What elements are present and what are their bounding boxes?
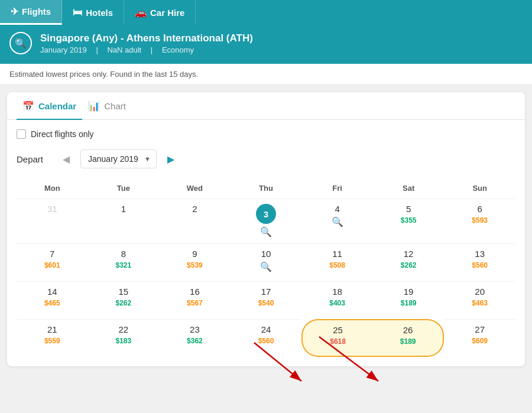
cal-day-number: 7 [19, 249, 86, 259]
search-date: January 2019 [40, 45, 87, 54]
search-info: Singapore (Any) - Athens International (… [40, 32, 253, 54]
cal-search-icon[interactable]: 🔍 [304, 216, 371, 227]
calendar-grid: MonTueWedThuFriSatSun 31123🔍4🔍5$3556$593… [17, 180, 515, 357]
cal-price: $321 [90, 261, 157, 269]
chart-tab-icon: 📊 [88, 100, 100, 112]
weekday-header-fri: Fri [301, 180, 373, 196]
cal-day-number-today: 3 [256, 204, 276, 224]
cal-cell-3[interactable]: 3🔍 [231, 199, 302, 243]
calendar-body: 31123🔍4🔍5$3556$5937$6018$3219$53910🔍11$5… [17, 199, 515, 357]
cal-day-number: 13 [446, 249, 513, 259]
cal-cell-19[interactable]: 19$189 [373, 281, 445, 319]
cal-price: $508 [304, 261, 371, 269]
cal-cell-24[interactable]: 24$560 [231, 319, 302, 357]
meta-sep2: | [151, 45, 153, 54]
cal-day-number: 19 [375, 287, 442, 297]
view-tab-calendar[interactable]: 📅Calendar [17, 92, 82, 120]
weekday-header-thu: Thu [231, 180, 302, 196]
cal-cell-17[interactable]: 17$540 [231, 281, 302, 319]
cal-day-number: 25 [305, 325, 371, 335]
search-icon[interactable]: 🔍 [9, 32, 32, 54]
cal-search-icon[interactable]: 🔍 [233, 226, 300, 238]
cal-price: $183 [90, 337, 157, 345]
cal-day-number: 18 [304, 287, 371, 297]
calendar-section: Direct flights only Depart ◀ January 201… [7, 120, 525, 366]
cal-price: $618 [305, 337, 371, 346]
cal-day-number: 12 [375, 249, 442, 259]
direct-flights-checkbox[interactable] [17, 129, 26, 139]
cal-price: $465 [19, 299, 86, 307]
cal-day-number: 9 [161, 249, 228, 259]
cal-day-number: 20 [446, 287, 513, 297]
cal-day-number: 21 [19, 324, 86, 334]
search-meta: January 2019 | NaN adult | Economy [40, 45, 253, 54]
cal-price: $609 [446, 337, 513, 345]
cal-cell-14[interactable]: 14$465 [17, 281, 88, 319]
cal-price: $403 [304, 299, 371, 307]
month-selector[interactable]: January 2019 [80, 149, 157, 168]
cal-day-number: 10 [233, 249, 300, 259]
cal-cell-23[interactable]: 23$362 [159, 319, 231, 357]
next-month-button[interactable]: ▶ [163, 151, 179, 167]
cal-day-number: 14 [19, 287, 86, 297]
cal-price: $355 [375, 216, 442, 225]
cal-cell-31[interactable]: 31 [17, 199, 88, 243]
direct-flights-label: Direct flights only [31, 129, 94, 139]
direct-flights-row: Direct flights only [17, 129, 515, 139]
cal-cell-5[interactable]: 5$355 [373, 199, 445, 243]
nav-tab-label: Hotels [86, 8, 113, 18]
cal-day-number: 2 [161, 204, 228, 214]
cal-cell-10[interactable]: 10🔍 [231, 243, 302, 281]
search-class: Economy [162, 45, 194, 54]
cal-cell-27[interactable]: 27$609 [444, 319, 515, 357]
view-tab-chart[interactable]: 📊Chart [82, 92, 132, 120]
cal-cell-9[interactable]: 9$539 [159, 243, 231, 281]
cal-cell-22[interactable]: 22$183 [88, 319, 160, 357]
month-selector-wrap: January 2019 [80, 149, 157, 168]
cal-price: $540 [233, 299, 300, 307]
nav-tab-car-hire[interactable]: 🚗Car Hire [124, 0, 196, 25]
cal-cell-26[interactable]: 26$189 [373, 319, 445, 357]
cal-cell-11[interactable]: 11$508 [301, 243, 373, 281]
cal-search-icon[interactable]: 🔍 [233, 261, 300, 272]
cal-day-number: 27 [446, 324, 513, 334]
cal-cell-4[interactable]: 4🔍 [301, 199, 373, 243]
cal-day-number: 31 [19, 204, 86, 214]
cal-day-number: 4 [304, 204, 371, 214]
cal-cell-2[interactable]: 2 [159, 199, 231, 243]
nav-tab-label: Flights [22, 6, 51, 17]
cal-price: $567 [161, 299, 228, 307]
cal-day-number: 8 [90, 249, 157, 259]
nav-tab-hotels[interactable]: 🛏Hotels [62, 0, 124, 25]
cal-day-number: 24 [233, 324, 300, 334]
calendar-tab-icon: 📅 [22, 100, 34, 112]
hotels-icon: 🛏 [73, 7, 82, 18]
cal-cell-20[interactable]: 20$463 [444, 281, 515, 319]
cal-cell-16[interactable]: 16$567 [159, 281, 231, 319]
calendar-tab-label: Calendar [38, 101, 76, 111]
cal-day-number: 26 [375, 325, 441, 335]
calendar-header: MonTueWedThuFriSatSun [17, 180, 515, 196]
main-card: 📅Calendar📊Chart Direct flights only Depa… [7, 92, 525, 366]
cal-cell-6[interactable]: 6$593 [444, 199, 515, 243]
cal-price: $539 [161, 261, 228, 269]
cal-cell-25[interactable]: 25$618 [301, 319, 373, 357]
search-route: Singapore (Any) - Athens International (… [40, 32, 253, 44]
cal-day-number: 17 [233, 287, 300, 297]
search-passengers: NaN adult [107, 45, 141, 54]
cal-cell-18[interactable]: 18$403 [301, 281, 373, 319]
top-nav: ✈Flights🛏Hotels🚗Car Hire [0, 0, 532, 25]
cal-price: $362 [161, 337, 228, 345]
cal-cell-13[interactable]: 13$560 [444, 243, 515, 281]
nav-tab-flights[interactable]: ✈Flights [0, 0, 62, 25]
cal-cell-15[interactable]: 15$262 [88, 281, 160, 319]
cal-price: $560 [446, 261, 513, 269]
cal-cell-8[interactable]: 8$321 [88, 243, 160, 281]
cal-cell-1[interactable]: 1 [88, 199, 160, 243]
cal-price: $560 [233, 337, 300, 345]
flights-icon: ✈ [11, 6, 18, 17]
cal-cell-12[interactable]: 12$262 [373, 243, 445, 281]
prev-month-button[interactable]: ◀ [58, 151, 74, 167]
cal-cell-7[interactable]: 7$601 [17, 243, 88, 281]
cal-cell-21[interactable]: 21$559 [17, 319, 88, 357]
